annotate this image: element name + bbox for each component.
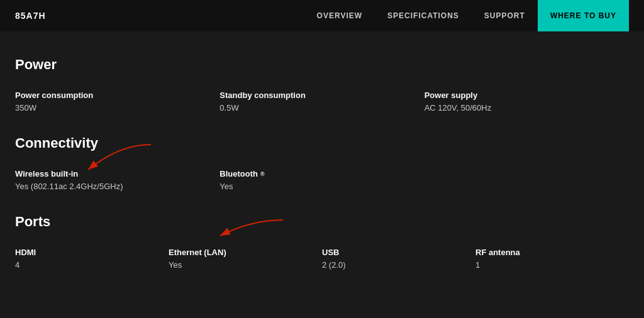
connectivity-col-1: Wireless built-in Yes (802.11ac 2.4GHz/5… [15, 169, 219, 191]
hdmi-label: HDMI [15, 248, 169, 257]
wireless-label: Wireless built-in [15, 169, 219, 178]
nav-specifications[interactable]: SPECIFICATIONS [375, 0, 472, 31]
ports-col-4: RF antenna 1 [475, 248, 629, 270]
power-col-1: Power consumption 350W [15, 90, 219, 112]
ports-col-1: HDMI 4 [15, 248, 169, 270]
connectivity-col-2: Bluetooth® Yes [219, 169, 424, 191]
power-col-2: Standby consumption 0.5W [219, 90, 424, 112]
standby-consumption-value: 0.5W [219, 103, 424, 112]
nav-overview[interactable]: OVERVIEW [304, 0, 375, 31]
nav-links: OVERVIEW SPECIFICATIONS SUPPORT WHERE TO… [304, 0, 629, 31]
connectivity-col-3 [425, 169, 629, 191]
usb-value: 2 (2.0) [322, 260, 475, 270]
ethernet-label: Ethernet (LAN) [169, 248, 322, 257]
main-content: Power Power consumption 350W Standby con… [0, 31, 644, 307]
power-supply-value: AC 120V, 50/60Hz [425, 103, 629, 112]
power-supply-label: Power supply [425, 90, 629, 100]
ports-col-2: Ethernet (LAN) Yes [169, 248, 322, 270]
nav-support[interactable]: SUPPORT [472, 0, 538, 31]
nav-where-to-buy[interactable]: WHERE TO BUY [538, 0, 629, 31]
power-consumption-value: 350W [15, 103, 219, 112]
ports-spec-grid: HDMI 4 Ethernet (LAN) Yes USB 2 (2.0) RF… [15, 248, 629, 270]
power-spec-grid: Power consumption 350W Standby consumpti… [15, 90, 629, 112]
brand-logo: 85A7H [15, 11, 46, 21]
power-section-title: Power [15, 57, 629, 73]
rf-label: RF antenna [475, 248, 629, 257]
usb-label: USB [322, 248, 475, 257]
bluetooth-value: Yes [219, 182, 424, 191]
section-power: Power Power consumption 350W Standby con… [15, 57, 629, 112]
connectivity-spec-grid: Wireless built-in Yes (802.11ac 2.4GHz/5… [15, 169, 629, 191]
hdmi-value: 4 [15, 260, 169, 270]
bluetooth-label: Bluetooth® [219, 169, 424, 178]
section-connectivity: Connectivity Wireless built-in Yes (802.… [15, 135, 629, 191]
power-col-3: Power supply AC 120V, 50/60Hz [425, 90, 629, 112]
ethernet-value: Yes [169, 260, 322, 270]
wireless-value: Yes (802.11ac 2.4GHz/5GHz) [15, 182, 219, 191]
standby-consumption-label: Standby consumption [219, 90, 424, 100]
section-ports: Ports HDMI 4 Ethernet (LAN) Yes USB 2 (2… [15, 214, 629, 270]
power-consumption-label: Power consumption [15, 90, 219, 100]
rf-value: 1 [475, 260, 629, 270]
connectivity-section-title: Connectivity [15, 135, 629, 151]
ports-section-title: Ports [15, 214, 629, 230]
navbar: 85A7H OVERVIEW SPECIFICATIONS SUPPORT WH… [0, 0, 644, 31]
ports-col-3: USB 2 (2.0) [322, 248, 475, 270]
